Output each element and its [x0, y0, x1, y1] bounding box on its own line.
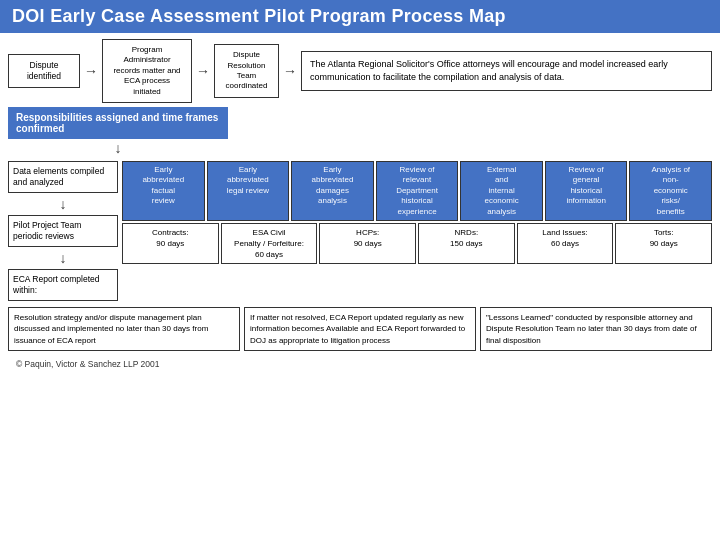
dispute-resolution-box: DisputeResolutionTeamcoordinated [214, 44, 279, 98]
arrow-2: → [196, 63, 210, 79]
timeline-esa: ESA CivilPenalty / Forfeiture:60 days [221, 223, 318, 265]
info-box: The Atlanta Regional Solicitor's Office … [301, 51, 712, 90]
header: DOI Early Case Assessment Pilot Program … [0, 0, 720, 33]
footer: © Paquin, Victor & Sanchez LLP 2001 [8, 359, 712, 369]
responsibilities-bar: Responsibilities assigned and time frame… [8, 107, 228, 139]
dispute-identified-box: Dispute identified [8, 54, 80, 88]
timeline-row: Contracts:90 days ESA CivilPenalty / For… [122, 223, 712, 265]
middle-section: Data elements compiled and analyzed ↓ Pi… [8, 161, 712, 301]
down-arrow-pilot: ↓ [8, 251, 118, 265]
arrow-1: → [84, 63, 98, 79]
down-arrow-responsibilities: ↓ [8, 141, 228, 155]
review-box-factual: Earlyabbreviatedfactualreview [122, 161, 205, 221]
timeline-contracts: Contracts:90 days [122, 223, 219, 265]
bottom-box-resolution: Resolution strategy and/or dispute manag… [8, 307, 240, 351]
data-elements-box: Data elements compiled and analyzed [8, 161, 118, 193]
bottom-box-update: If matter not resolved, ECA Report updat… [244, 307, 476, 351]
review-box-general: Review ofgeneralhistoricalinformation [545, 161, 628, 221]
review-box-legal: Earlyabbreviatedlegal review [207, 161, 290, 221]
program-admin-box: ProgramAdministratorrecords matter andEC… [102, 39, 192, 103]
down-arrow-data: ↓ [8, 197, 118, 211]
review-box-noneconomic: Analysis ofnon-economicrisks/benefits [629, 161, 712, 221]
timeline-torts: Torts:90 days [615, 223, 712, 265]
bottom-row: Resolution strategy and/or dispute manag… [8, 307, 712, 351]
review-boxes-row: Earlyabbreviatedfactualreview Earlyabbre… [122, 161, 712, 221]
copyright-text: © Paquin, Victor & Sanchez LLP 2001 [16, 359, 159, 369]
pilot-team-box: Pilot Project Team periodic reviews [8, 215, 118, 247]
arrow-3: → [283, 63, 297, 79]
timeline-hcps: HCPs:90 days [319, 223, 416, 265]
review-box-historical: Review ofrelevantDepartmenthistoricalexp… [376, 161, 459, 221]
left-column: Data elements compiled and analyzed ↓ Pi… [8, 161, 118, 301]
bottom-box-lessons: "Lessons Learned" conducted by responsib… [480, 307, 712, 351]
top-row: Dispute identified → ProgramAdministrato… [8, 39, 712, 103]
timeline-nrds: NRDs:150 days [418, 223, 515, 265]
review-box-economic: Externalandinternaleconomicanalysis [460, 161, 543, 221]
eca-report-box: ECA Report completed within: [8, 269, 118, 301]
review-grid: Earlyabbreviatedfactualreview Earlyabbre… [122, 161, 712, 265]
page-title: DOI Early Case Assessment Pilot Program … [12, 6, 506, 26]
review-box-damages: Earlyabbreviateddamagesanalysis [291, 161, 374, 221]
timeline-land: Land Issues:60 days [517, 223, 614, 265]
